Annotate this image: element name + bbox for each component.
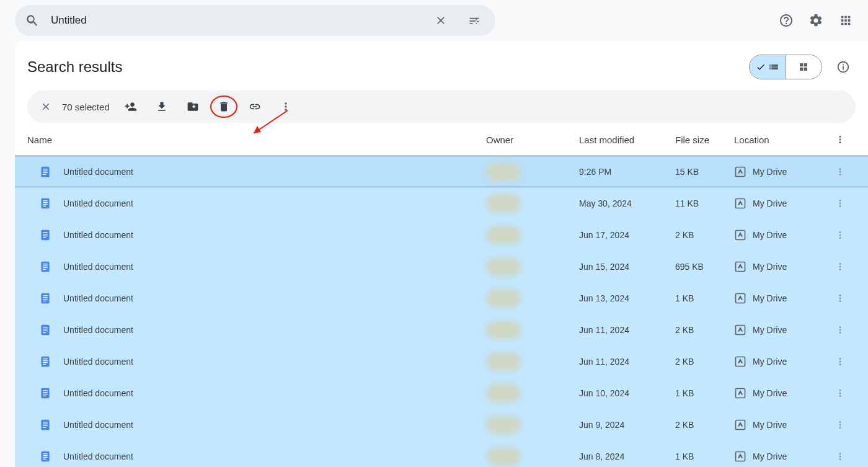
location-label[interactable]: My Drive <box>753 167 787 177</box>
doc-icon <box>40 386 51 400</box>
location-label[interactable]: My Drive <box>753 451 787 461</box>
table-row[interactable]: Untitled document9:26 PM15 KBMy Drive <box>15 156 868 187</box>
size-cell: 695 KB <box>675 262 734 272</box>
drive-icon <box>734 450 746 463</box>
row-more-button[interactable] <box>835 261 846 272</box>
download-button[interactable] <box>149 94 174 119</box>
apps-button[interactable] <box>833 8 858 33</box>
owner-avatar <box>486 226 521 244</box>
location-label[interactable]: My Drive <box>753 198 787 208</box>
search-bar[interactable] <box>15 5 495 36</box>
drive-icon <box>734 166 746 178</box>
search-filters-button[interactable] <box>462 8 487 33</box>
share-button[interactable] <box>118 94 143 119</box>
table-row[interactable]: Untitled documentJun 13, 20241 KBMy Driv… <box>15 282 868 314</box>
table-row[interactable]: Untitled documentJun 17, 20242 KBMy Driv… <box>15 219 868 251</box>
more-vert-icon[interactable] <box>835 134 846 145</box>
list-icon <box>768 61 779 73</box>
grid-view-button[interactable] <box>786 55 822 79</box>
location-label[interactable]: My Drive <box>753 293 787 303</box>
annotation-circle <box>210 96 237 118</box>
file-name: Untitled document <box>63 293 133 303</box>
settings-button[interactable] <box>804 8 828 33</box>
owner-avatar <box>486 321 521 339</box>
col-size[interactable]: File size <box>675 135 734 145</box>
row-more-button[interactable] <box>835 356 846 367</box>
help-button[interactable] <box>774 8 799 33</box>
row-more-button[interactable] <box>835 166 846 177</box>
close-icon <box>40 101 51 112</box>
size-cell: 2 KB <box>675 420 734 430</box>
move-to-button[interactable] <box>180 94 205 119</box>
doc-icon <box>40 260 51 274</box>
table-row[interactable]: Untitled documentJun 11, 20242 KBMy Driv… <box>15 345 868 377</box>
col-name[interactable]: Name <box>27 135 486 145</box>
table-row[interactable]: Untitled documentJun 11, 20242 KBMy Driv… <box>15 314 868 345</box>
row-more-button[interactable] <box>835 293 846 304</box>
table-row[interactable]: Untitled documentJun 9, 20242 KBMy Drive <box>15 409 868 440</box>
drive-icon <box>734 197 746 210</box>
table-row[interactable]: Untitled documentJun 8, 20241 KBMy Drive <box>15 440 868 467</box>
location-label[interactable]: My Drive <box>753 388 787 398</box>
close-icon <box>435 14 447 27</box>
info-icon <box>836 60 850 74</box>
row-more-button[interactable] <box>835 229 846 241</box>
file-name: Untitled document <box>63 451 133 461</box>
location-label[interactable]: My Drive <box>753 420 787 430</box>
location-label[interactable]: My Drive <box>753 325 787 335</box>
table-row[interactable]: Untitled documentJun 10, 20241 KBMy Driv… <box>15 377 868 409</box>
row-more-button[interactable] <box>835 388 846 399</box>
modified-cell: Jun 9, 2024 <box>579 420 675 430</box>
modified-cell: 9:26 PM <box>579 167 675 177</box>
file-name: Untitled document <box>63 388 133 398</box>
download-icon <box>156 100 168 113</box>
modified-cell: Jun 8, 2024 <box>579 451 675 461</box>
view-toggle <box>749 55 822 79</box>
owner-avatar <box>486 162 521 181</box>
table-row[interactable]: Untitled documentJun 15, 2024695 KBMy Dr… <box>15 251 868 282</box>
row-more-button[interactable] <box>835 451 846 462</box>
folder-move-icon <box>187 100 199 113</box>
owner-avatar <box>486 384 521 403</box>
doc-icon <box>40 197 51 210</box>
doc-icon <box>40 355 51 368</box>
help-icon <box>779 13 794 28</box>
search-input[interactable] <box>50 14 420 27</box>
doc-icon <box>40 228 51 242</box>
more-actions-button[interactable] <box>273 94 298 119</box>
clear-search-button[interactable] <box>428 8 453 33</box>
size-cell: 2 KB <box>675 357 734 367</box>
drive-icon <box>734 387 746 399</box>
doc-icon <box>40 418 51 432</box>
page-title: Search results <box>27 58 122 76</box>
modified-cell: Jun 13, 2024 <box>579 293 675 303</box>
location-label[interactable]: My Drive <box>753 357 787 367</box>
col-owner[interactable]: Owner <box>486 135 579 145</box>
file-name: Untitled document <box>63 262 133 272</box>
selection-toolbar: 70 selected <box>27 91 856 123</box>
get-link-button[interactable] <box>242 94 267 119</box>
table-row[interactable]: Untitled documentMay 30, 202411 KBMy Dri… <box>15 187 868 219</box>
location-label[interactable]: My Drive <box>753 230 787 240</box>
more-vert-icon <box>280 100 292 113</box>
file-name: Untitled document <box>63 198 133 208</box>
col-modified[interactable]: Last modified <box>579 135 675 145</box>
size-cell: 11 KB <box>675 198 734 208</box>
row-more-button[interactable] <box>835 198 846 209</box>
row-more-button[interactable] <box>835 324 846 336</box>
location-label[interactable]: My Drive <box>753 262 787 272</box>
file-name: Untitled document <box>63 325 133 335</box>
size-cell: 1 KB <box>675 388 734 398</box>
check-icon <box>756 62 766 72</box>
clear-selection-button[interactable] <box>33 94 58 119</box>
details-button[interactable] <box>831 55 856 79</box>
list-view-button[interactable] <box>750 55 786 79</box>
col-location[interactable]: Location <box>734 135 825 145</box>
doc-icon <box>40 291 51 305</box>
trash-button[interactable] <box>211 94 236 119</box>
modified-cell: Jun 15, 2024 <box>579 262 675 272</box>
tune-icon <box>468 14 480 27</box>
apps-icon <box>839 14 852 27</box>
row-more-button[interactable] <box>835 419 846 430</box>
search-icon <box>24 12 41 29</box>
